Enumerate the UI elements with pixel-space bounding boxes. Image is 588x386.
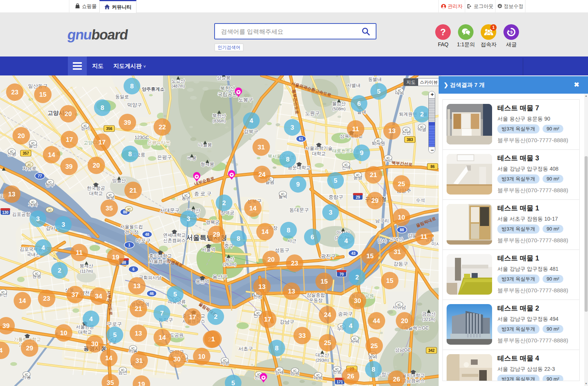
svg-text:13: 13 — [133, 282, 141, 290]
svg-text:24: 24 — [259, 171, 266, 178]
svg-text:북한산: 북한산 — [220, 85, 235, 91]
svg-text:3: 3 — [290, 124, 294, 131]
svg-text:43: 43 — [351, 251, 356, 256]
svg-text:IC: IC — [2, 290, 5, 294]
svg-text:8: 8 — [287, 227, 290, 234]
svg-text:암사: 암사 — [378, 238, 387, 243]
svg-text:25: 25 — [324, 339, 331, 347]
svg-text:88: 88 — [400, 228, 404, 232]
svg-text:4: 4 — [41, 244, 45, 251]
svg-text:5: 5 — [231, 380, 235, 386]
svg-text:10: 10 — [398, 214, 405, 221]
svg-text:김포공항: 김포공항 — [12, 212, 30, 217]
svg-text:3: 3 — [61, 221, 65, 228]
svg-text:29: 29 — [356, 195, 360, 199]
svg-text:2: 2 — [222, 199, 226, 207]
svg-text:17: 17 — [189, 314, 196, 321]
svg-text:9: 9 — [510, 30, 513, 35]
svg-text:(508m): (508m) — [332, 107, 346, 111]
svg-text:(487m): (487m) — [172, 84, 185, 88]
svg-text:성남GC: 성남GC — [395, 347, 411, 353]
svg-text:IC: IC — [31, 141, 35, 145]
svg-text:IC: IC — [398, 89, 402, 93]
svg-text:IC: IC — [377, 139, 381, 143]
svg-text:5: 5 — [377, 88, 380, 95]
svg-text:14: 14 — [105, 355, 113, 362]
svg-text:14: 14 — [249, 205, 257, 212]
svg-text:14: 14 — [48, 151, 55, 158]
svg-text:경복궁: 경복궁 — [206, 220, 220, 225]
svg-text:14: 14 — [19, 297, 26, 304]
svg-text:강북구: 강북구 — [244, 129, 259, 134]
svg-text:5: 5 — [334, 177, 337, 184]
svg-text:342: 342 — [428, 348, 435, 353]
svg-text:26: 26 — [347, 373, 354, 380]
svg-text:수석: 수석 — [416, 198, 425, 203]
svg-text:25: 25 — [398, 180, 405, 188]
svg-text:성남캠퍼스: 성남캠퍼스 — [402, 378, 425, 383]
svg-text:13: 13 — [8, 191, 16, 198]
svg-text:4: 4 — [89, 315, 93, 323]
svg-text:IC: IC — [278, 368, 282, 372]
svg-text:IC: IC — [49, 180, 52, 184]
svg-text:21: 21 — [370, 171, 377, 179]
svg-text:10: 10 — [198, 353, 205, 360]
svg-text:북한산: 북한산 — [212, 113, 226, 118]
svg-text:IC: IC — [398, 303, 401, 307]
svg-text:중랑구: 중랑구 — [329, 194, 343, 200]
svg-text:30: 30 — [174, 356, 181, 363]
svg-text:IC: IC — [223, 359, 227, 362]
svg-text:11: 11 — [352, 126, 359, 133]
svg-text:성동구: 성동구 — [275, 247, 290, 253]
svg-text:국립공원: 국립공원 — [218, 91, 237, 97]
svg-text:11: 11 — [420, 233, 427, 240]
svg-text:고덕산: 고덕산 — [389, 237, 403, 242]
svg-text:46: 46 — [149, 292, 154, 296]
svg-text:20: 20 — [65, 110, 72, 118]
svg-text:서초구: 서초구 — [238, 346, 253, 351]
svg-text:2: 2 — [355, 274, 359, 281]
svg-text:JC: JC — [48, 208, 52, 212]
svg-text:대학교: 대학교 — [78, 330, 92, 335]
svg-text:서울월드컵: 서울월드컵 — [120, 224, 143, 229]
svg-text:8: 8 — [237, 235, 240, 242]
svg-text:30: 30 — [354, 297, 361, 304]
svg-text:4: 4 — [249, 117, 253, 124]
svg-text:14: 14 — [159, 334, 166, 341]
svg-text:10: 10 — [60, 330, 67, 337]
svg-text:356: 356 — [106, 127, 113, 131]
svg-text:48: 48 — [145, 232, 149, 237]
svg-text:23: 23 — [43, 295, 50, 302]
svg-text:IC: IC — [293, 369, 297, 373]
svg-text:2: 2 — [214, 313, 217, 320]
svg-text:4: 4 — [344, 237, 348, 245]
svg-text:13: 13 — [135, 330, 142, 337]
svg-text:6: 6 — [132, 267, 135, 271]
svg-text:IC: IC — [336, 367, 339, 371]
svg-text:사근: 사근 — [287, 238, 296, 243]
svg-text:잠실종합: 잠실종합 — [307, 292, 325, 298]
svg-text:35: 35 — [106, 205, 113, 212]
svg-text:39: 39 — [3, 322, 10, 330]
svg-text:31: 31 — [258, 144, 265, 151]
svg-text:17: 17 — [264, 316, 271, 323]
svg-text:3: 3 — [36, 215, 39, 223]
svg-text:19: 19 — [138, 381, 145, 386]
svg-text:14: 14 — [262, 228, 269, 235]
svg-text:20: 20 — [93, 162, 100, 169]
svg-text:15: 15 — [321, 278, 328, 285]
svg-text:IC: IC — [10, 150, 14, 154]
svg-text:IC: IC — [109, 193, 113, 197]
svg-text:29: 29 — [26, 345, 33, 352]
svg-text:15: 15 — [386, 277, 394, 284]
svg-text:8: 8 — [128, 151, 132, 158]
svg-text:JC: JC — [27, 163, 32, 167]
svg-text:동일로: 동일로 — [115, 94, 129, 99]
svg-text:(321m): (321m) — [422, 317, 436, 322]
svg-text:운동장: 운동장 — [309, 298, 323, 303]
svg-text:광진구: 광진구 — [321, 253, 336, 259]
svg-text:IC: IC — [353, 337, 357, 341]
svg-text:8: 8 — [372, 366, 375, 373]
svg-text:종 로 구: 종 로 구 — [194, 191, 212, 196]
svg-text:6: 6 — [357, 100, 361, 107]
